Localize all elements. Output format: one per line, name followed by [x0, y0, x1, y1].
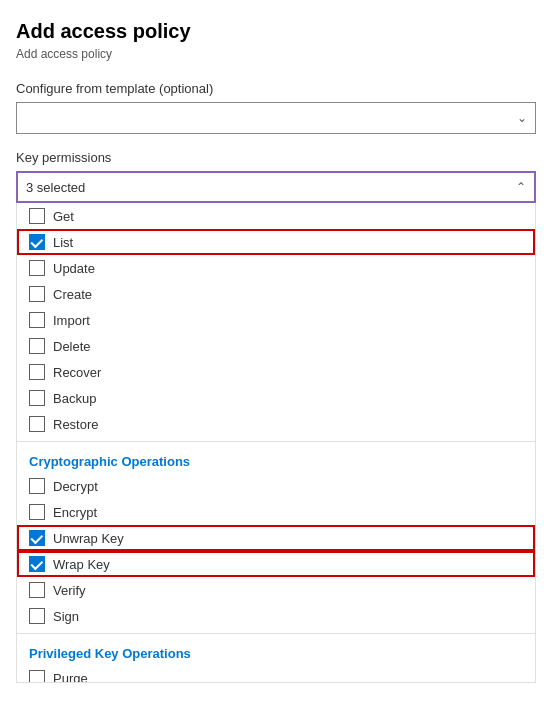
permission-item-sign[interactable]: Sign: [17, 603, 535, 629]
chevron-down-icon: ⌄: [517, 111, 527, 125]
permission-label-update: Update: [53, 261, 95, 276]
permission-label-recover: Recover: [53, 365, 101, 380]
permissions-scroll-container[interactable]: GetListUpdateCreateImportDeleteRecoverBa…: [16, 203, 536, 683]
permission-label-wrap-key: Wrap Key: [53, 557, 110, 572]
permission-item-unwrap-key[interactable]: Unwrap Key: [17, 525, 535, 551]
permission-label-get: Get: [53, 209, 74, 224]
key-permissions-label: Key permissions: [16, 150, 536, 165]
permission-label-encrypt: Encrypt: [53, 505, 97, 520]
key-permissions-dropdown[interactable]: 3 selected ⌃: [16, 171, 536, 203]
section-header-cryptographic-operations: Cryptographic Operations: [17, 446, 535, 473]
permission-label-decrypt: Decrypt: [53, 479, 98, 494]
checkbox-unchecked-verify[interactable]: [29, 582, 45, 598]
checkbox-unchecked-update[interactable]: [29, 260, 45, 276]
permission-label-list: List: [53, 235, 73, 250]
permission-label-backup: Backup: [53, 391, 96, 406]
checkbox-unchecked-create[interactable]: [29, 286, 45, 302]
permission-item-create[interactable]: Create: [17, 281, 535, 307]
permission-item-encrypt[interactable]: Encrypt: [17, 499, 535, 525]
permission-label-unwrap-key: Unwrap Key: [53, 531, 124, 546]
checkbox-unchecked-delete[interactable]: [29, 338, 45, 354]
permission-item-backup[interactable]: Backup: [17, 385, 535, 411]
chevron-up-icon: ⌃: [516, 180, 526, 194]
section-header-privileged-key-operations: Privileged Key Operations: [17, 638, 535, 665]
permission-label-sign: Sign: [53, 609, 79, 624]
checkbox-unchecked-restore[interactable]: [29, 416, 45, 432]
permission-label-restore: Restore: [53, 417, 99, 432]
checkbox-unchecked-import[interactable]: [29, 312, 45, 328]
permission-label-purge: Purge: [53, 671, 88, 684]
permission-item-purge[interactable]: Purge: [17, 665, 535, 683]
checkbox-checked-wrap-key[interactable]: [29, 556, 45, 572]
page-container: Add access policy Add access policy Conf…: [0, 0, 552, 701]
permission-item-delete[interactable]: Delete: [17, 333, 535, 359]
configure-template-label: Configure from template (optional): [16, 81, 536, 96]
checkbox-unchecked-recover[interactable]: [29, 364, 45, 380]
permission-label-create: Create: [53, 287, 92, 302]
permission-item-wrap-key[interactable]: Wrap Key: [17, 551, 535, 577]
permissions-inner: GetListUpdateCreateImportDeleteRecoverBa…: [17, 203, 535, 683]
permission-item-import[interactable]: Import: [17, 307, 535, 333]
checkbox-unchecked-decrypt[interactable]: [29, 478, 45, 494]
checkbox-checked-list[interactable]: [29, 234, 45, 250]
permission-item-recover[interactable]: Recover: [17, 359, 535, 385]
permission-item-get[interactable]: Get: [17, 203, 535, 229]
checkbox-unchecked-get[interactable]: [29, 208, 45, 224]
checkbox-unchecked-sign[interactable]: [29, 608, 45, 624]
permission-label-import: Import: [53, 313, 90, 328]
checkbox-checked-unwrap-key[interactable]: [29, 530, 45, 546]
permission-item-restore[interactable]: Restore: [17, 411, 535, 437]
key-permissions-value: 3 selected: [26, 180, 85, 195]
checkbox-unchecked-encrypt[interactable]: [29, 504, 45, 520]
permission-item-decrypt[interactable]: Decrypt: [17, 473, 535, 499]
permission-item-list[interactable]: List: [17, 229, 535, 255]
permission-item-update[interactable]: Update: [17, 255, 535, 281]
permission-item-verify[interactable]: Verify: [17, 577, 535, 603]
checkbox-unchecked-backup[interactable]: [29, 390, 45, 406]
page-title: Add access policy: [16, 20, 536, 43]
permission-label-delete: Delete: [53, 339, 91, 354]
configure-template-dropdown[interactable]: ⌄: [16, 102, 536, 134]
page-subtitle: Add access policy: [16, 47, 536, 61]
checkbox-unchecked-purge[interactable]: [29, 670, 45, 683]
permission-label-verify: Verify: [53, 583, 86, 598]
